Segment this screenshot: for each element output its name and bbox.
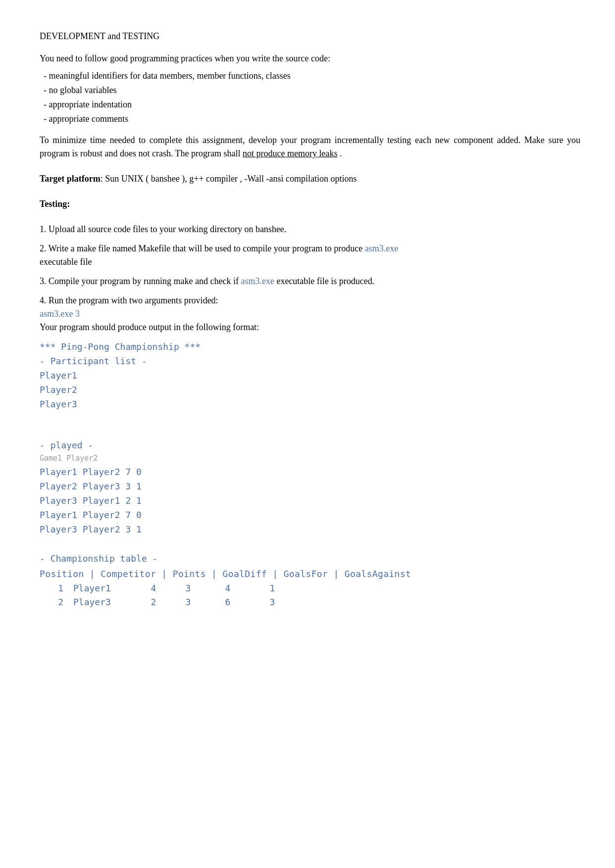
col-competitor-1: Player1 [69,581,139,595]
step-2: 2. Write a make file named Makefile that… [40,242,580,255]
step-2-start: 2. Write a make file named Makefile that… [40,243,362,253]
bullet-item-3: - appropriate indentation [44,98,580,111]
col-goalsagainst-1: 1 [248,581,297,595]
section-title: DEVELOPMENT and TESTING [40,30,580,43]
code-line-12: Player3 Player1 2 1 [40,494,580,507]
bullet-item-2: - no global variables [44,84,580,97]
col-goalsfor-2: 6 [208,595,248,609]
target-text: : Sun UNIX ( banshee ), g++ compiler , -… [101,174,357,184]
minimize-text-underlined: not produce memory leaks [243,148,337,158]
col-position-1: 1 [40,581,69,595]
step-2-end: executable file [40,255,580,269]
step-3-end: executable file is produced. [276,276,374,286]
code-line-2: - Participant list - [40,354,580,368]
col-points-2: 2 [139,595,168,609]
minimize-paragraph: To minimize time needed to complete this… [40,134,580,160]
bullet-item-1: - meaningful identifiers for data member… [44,69,580,83]
code-line-5: Player3 [40,397,580,411]
step-4-code: asm3.exe 3 [40,307,580,321]
step-4-output: Your program should produce output in th… [40,321,580,334]
col-competitor-2: Player3 [69,595,139,609]
col-goaldiff-1: 3 [168,581,208,595]
code-line-8: - played - [40,438,580,452]
testing-label: Testing: [40,197,580,211]
step-1: 1. Upload all source code files to your … [40,223,580,236]
championship-header: - Championship table - [40,552,580,565]
table-row: 1 Player1 4 3 4 1 [40,581,580,595]
code-line-10: Player1 Player2 7 0 [40,465,580,479]
code-line-11: Player2 Player3 3 1 [40,480,580,493]
code-line-14: Player3 Player2 3 1 [40,523,580,536]
bullet-item-4: - appropriate comments [44,112,580,126]
intro-text: You need to follow good programming prac… [40,52,580,65]
col-position-2: 2 [40,595,69,609]
target-label: Target platform [40,174,101,184]
step-3-start: 3. Compile your program by running make … [40,276,239,286]
code-line-4: Player2 [40,383,580,396]
code-line-3: Player1 [40,369,580,382]
step-3: 3. Compile your program by running make … [40,275,580,288]
col-goalsagainst-2: 3 [248,595,297,609]
col-goaldiff-2: 3 [168,595,208,609]
col-points-1: 4 [139,581,168,595]
minimize-text-end: . [340,148,342,158]
step-2-link: asm3.exe [365,243,398,253]
target-platform: Target platform: Sun UNIX ( banshee ), g… [40,172,580,186]
step-4: 4. Run the program with two arguments pr… [40,294,580,307]
code-line-1: *** Ping-Pong Championship *** [40,340,580,353]
code-line-13: Player1 Player2 7 0 [40,508,580,522]
table-row: 2 Player3 2 3 6 3 [40,595,580,609]
col-goalsfor-1: 4 [208,581,248,595]
step-3-link: asm3.exe [241,276,276,286]
championship-col-headers: Position | Competitor | Points | GoalDif… [40,567,580,580]
code-line-9: Game1 Player2 [40,453,580,464]
